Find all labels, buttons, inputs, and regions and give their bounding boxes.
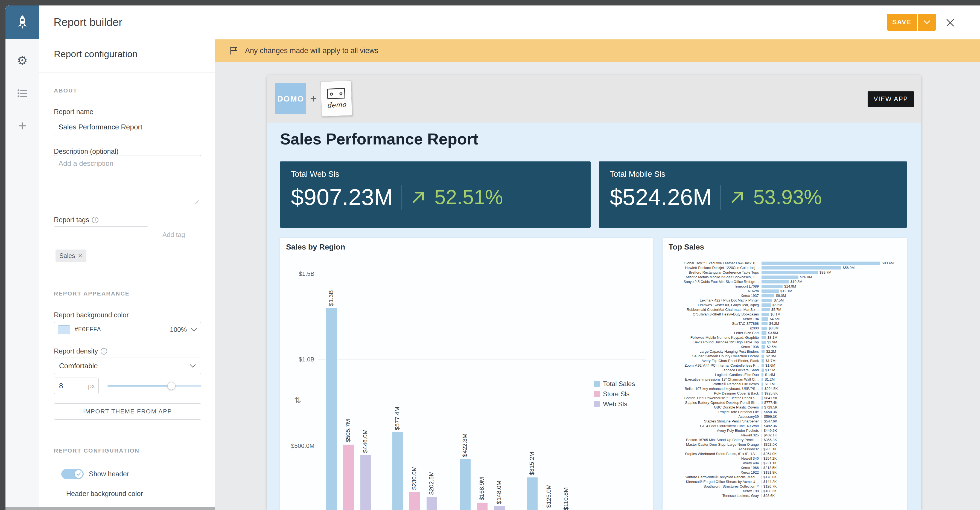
top-sales-row[interactable]: Newell 340$254.2K [663,456,907,461]
legend-item[interactable]: Store Sls [593,389,635,399]
top-sales-row[interactable]: Accessory39$599.3K [663,414,907,419]
top-sales-row[interactable]: Xerox 1966$213.5K [663,465,907,470]
top-sales-row[interactable]: Hewlett-Packard Deskjet 1220Cse Color In… [663,265,907,270]
region-bar[interactable] [477,503,488,510]
top-sales-row[interactable]: Atlantic Metals Mobile 2-Shelf Bookcases… [663,275,907,279]
info-icon[interactable]: i [100,348,107,355]
top-sales-row[interactable]: Fellowes Mobile Numeric Keypad, Graphite… [663,335,907,340]
description-textarea[interactable] [54,155,201,206]
region-bar-value: $125.0M [545,478,554,508]
region-bar[interactable] [527,477,538,510]
add-tag-button[interactable]: Add tag [156,226,191,243]
top-sales-row[interactable]: Global Troy™ Executive Leather Low-Back … [663,261,907,265]
kpi-card-total-web-sales[interactable]: Total Web Sls $907.23M 52.51% [280,161,590,228]
top-sales-row[interactable]: Large Capacity Hanging Post Binders$2.2M [663,349,907,354]
density-dropdown[interactable]: Comfortable [54,358,201,374]
top-sales-row[interactable]: Master Caster Door Stop, Large Neon Oran… [663,442,907,447]
legend-swatch [593,391,600,397]
top-sales-row[interactable]: Accessory32$285.1K [663,447,907,451]
region-bar[interactable] [326,308,337,510]
top-sales-row[interactable]: Staples Battery-Operated Desktop Pencil … [663,400,907,405]
top-sales-row[interactable]: Bretford Rectangular Conference Table To… [663,270,907,275]
sales-by-region-card[interactable]: Sales by Region $1.5B $1.0B $500.0M ⇅ $1… [280,238,653,510]
top-sales-row[interactable]: Southworth Structures Collection™$126.7K [663,484,907,489]
top-sales-row[interactable]: GBC Durable Plastic Covers$729.5K [663,405,907,410]
color-swatch[interactable] [58,325,70,334]
top-sales-row[interactable]: Staples Wirebound Steno Books, 6" x 9", … [663,451,907,456]
report-name-input[interactable] [54,119,201,135]
legend-item[interactable]: Total Sales [593,379,635,389]
remove-tag-icon[interactable]: ✕ [78,253,83,259]
settings-icon[interactable]: ⚙ [5,53,39,67]
top-sales-row[interactable]: Executive Impressions 13" Chairman Wall … [663,377,907,382]
top-sales-row[interactable]: Lexmark 4227 Plus Dot Matrix Printer$7.5… [663,298,907,303]
top-sales-row[interactable]: Zoom V.92 V.44 PCI Internal Controllerle… [663,363,907,368]
top-sales-row[interactable]: Tennsco Lockers, Gray$98.6K [663,493,907,498]
top-sales-row[interactable]: Newell 325$402.1K [663,433,907,437]
region-bar[interactable] [343,445,354,510]
top-sales-row[interactable]: Sauder Camden County Collection Library$… [663,354,907,359]
top-sales-row[interactable]: Xerox 1937$9.0M [663,293,907,298]
report-preview: DOMO + demo VIEW APP Sales Performance R… [267,75,921,510]
top-sales-row[interactable]: 6162m$12.1M [663,288,907,293]
tag-chip[interactable]: Sales ✕ [56,250,86,262]
top-sales-row[interactable]: Belkin 107-key enhanced keyboard, USB/PS… [663,386,907,391]
top-sales-row[interactable]: Letter Size Cart$3.5M [663,330,907,335]
list-icon[interactable] [5,86,39,100]
top-sales-row[interactable]: Avery Poly Binder Pockets$449.6K [663,428,907,433]
tag-input[interactable] [54,226,148,243]
report-density-label-text: Report density [54,347,98,355]
import-theme-button[interactable]: IMPORT THEME FROM APP [54,403,201,420]
region-bar[interactable] [392,432,403,510]
top-sales-row[interactable]: GE 4 Foot Flourescent Tube, 40 Watt$492.… [663,424,907,428]
region-bar[interactable] [409,492,420,510]
view-app-button[interactable]: VIEW APP [868,91,914,107]
top-sales-row[interactable]: Tennsco Lockers, Sand$1.5M [663,368,907,372]
legend-item[interactable]: Web Sls [593,399,635,409]
show-header-toggle[interactable] [61,469,84,479]
top-sales-row[interactable]: Avery 494$231.1K [663,461,907,465]
background-color-picker[interactable]: #E0EFFA 100% [54,322,201,337]
top-sales-row[interactable]: Logitech Cordless Elite Duo$1.4M [663,372,907,377]
region-bar[interactable] [360,455,371,510]
region-bar[interactable] [426,497,437,510]
product-bar [762,368,764,372]
top-sales-row[interactable]: Portfile® Personal File Boxes$1.1M [663,382,907,386]
region-bar[interactable] [494,506,505,510]
region-bar[interactable] [460,459,471,510]
top-sales-row[interactable]: Rubbermaid ClusterMat Chairmats, Mat Siz… [663,307,907,312]
density-slider[interactable] [107,378,201,394]
top-sales-row[interactable]: Sanyo 2.5 Cubic Foot Mid-Size Office Ref… [663,279,907,284]
top-sales-row[interactable]: Xerox 194$4.6M [663,317,907,321]
top-sales-card[interactable]: Top Sales Global Troy™ Executive Leather… [663,238,907,510]
info-icon[interactable]: i [92,217,99,223]
top-sales-row[interactable]: Boston 16765 Mini Stand Up Battery Penci… [663,437,907,442]
top-sales-row[interactable]: Xerox 1922$191.8K [663,470,907,475]
banner-text: Any changes made will apply to all views [245,46,379,55]
padding-unit-label: px [88,382,95,390]
top-sales-row[interactable]: Boston 1799 Powerhouse™ Electric Pencil … [663,396,907,400]
top-sales-row[interactable]: Project Tote Personal File$650.3K [663,410,907,414]
toggle-knob [75,470,83,478]
top-sales-row[interactable]: Avery Flip-Chart Easel Binder, Black$1.7… [663,359,907,363]
top-sales-row[interactable]: Xerox 198$108.3K [663,489,907,493]
top-sales-row[interactable]: Staples SlimLine Pencil Sharpener$547.6K [663,419,907,424]
kpi-card-total-mobile-sales[interactable]: Total Mobile Sls $524.26M 53.93% [599,161,907,228]
top-sales-row[interactable]: O'Sullivan 3-Shelf Heavy-Duty Bookcases$… [663,312,907,317]
add-view-icon[interactable]: + [5,119,39,133]
top-sales-row[interactable]: StarTAC ST7868$4.2M [663,321,907,326]
top-sales-row[interactable]: i2000$3.8M [663,326,907,330]
top-sales-row[interactable]: Sanford EarthWrite® Recycled Pencils, Me… [663,475,907,479]
top-sales-row[interactable]: Bevis Round Bullnose 29" High Table Top$… [663,340,907,344]
product-value: $19.3M [791,280,802,284]
top-sales-row[interactable]: Kleencut® Forged Office Shears by Acme U… [663,479,907,484]
horizontal-scrollbar[interactable] [5,507,215,510]
close-button[interactable] [944,16,956,29]
save-dropdown-button[interactable] [918,14,936,31]
save-button[interactable]: SAVE [887,14,917,31]
top-sales-row[interactable]: Xerox 1936$2.5M [663,344,907,349]
top-sales-row[interactable]: Fellowes Twister Kit, Gray/Clear, 3/pkg$… [663,303,907,307]
slider-knob[interactable] [167,382,175,390]
top-sales-row[interactable]: Timeport L7089$14.9M [663,284,907,288]
top-sales-row[interactable]: Poly Designer Cover & Back$925.8K [663,391,907,396]
